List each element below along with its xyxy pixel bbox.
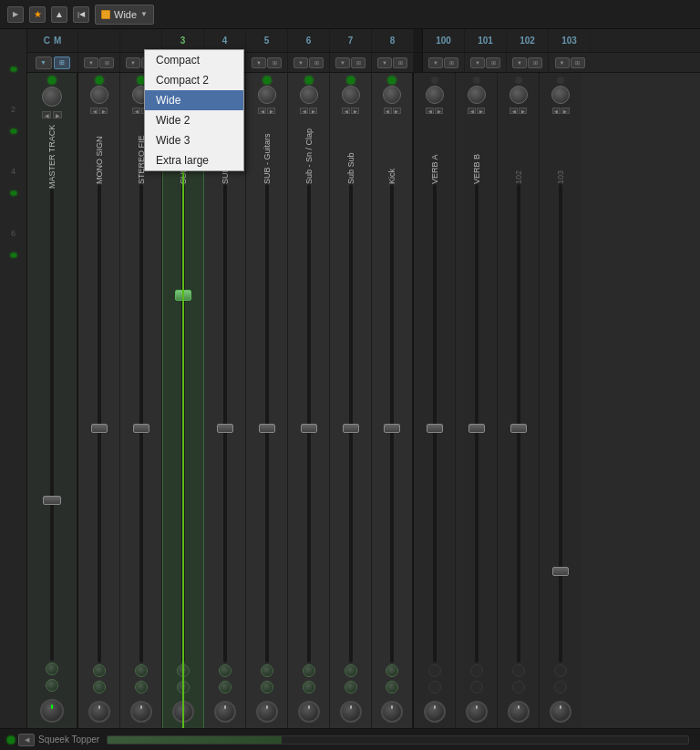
s101-fader-handle[interactable]	[468, 424, 485, 433]
master-fader-handle[interactable]	[43, 496, 61, 505]
ch3-send-knob-1[interactable]	[177, 664, 190, 677]
ch8-mute-btn[interactable]: ▼	[377, 57, 392, 68]
master-vol-knob[interactable]	[40, 699, 64, 723]
ch1-send-knob-2[interactable]	[93, 681, 106, 693]
ch2-send-knob-2[interactable]	[135, 681, 148, 693]
ch2-fader-handle[interactable]	[133, 424, 149, 433]
s101-send-knob-1[interactable]	[470, 664, 483, 677]
s100-pan-left[interactable]: ◀	[426, 108, 434, 114]
s101-solo-btn[interactable]: ⊞	[486, 57, 500, 68]
ch1-mute-btn[interactable]: ▼	[84, 57, 98, 68]
ch6-fader-handle[interactable]	[301, 424, 317, 433]
s102-pan-left[interactable]: ◀	[510, 108, 518, 114]
ch1-fader-handle[interactable]	[91, 424, 108, 433]
ch7-knob[interactable]	[342, 86, 360, 104]
s101-knob[interactable]	[468, 86, 486, 104]
ch6-send-knob-1[interactable]	[303, 664, 315, 677]
ch4-send-knob-2[interactable]	[219, 681, 232, 693]
ch7-send-knob-2[interactable]	[345, 681, 357, 693]
ch7-solo-btn[interactable]: ⊞	[351, 57, 365, 68]
ch6-vol-knob[interactable]	[298, 701, 320, 723]
ch8-solo-btn[interactable]: ⊞	[393, 57, 407, 68]
s100-send-knob-2[interactable]	[428, 681, 441, 693]
dropdown-item-compact[interactable]: Compact	[145, 50, 243, 70]
s102-fader-handle[interactable]	[510, 424, 527, 433]
ch5-mute-btn[interactable]: ▼	[252, 57, 266, 68]
ch3-vol-knob[interactable]	[172, 701, 194, 723]
ch8-send-knob-1[interactable]	[386, 664, 398, 677]
status-prev-btn[interactable]: ◀	[18, 734, 35, 746]
ch8-fader-handle[interactable]	[384, 424, 400, 433]
s102-knob[interactable]	[510, 86, 528, 104]
master-pan-left-btn[interactable]: ◀	[42, 111, 51, 118]
s100-pan-right[interactable]: ▶	[435, 108, 443, 114]
s100-knob[interactable]	[426, 86, 444, 104]
ch8-pan-left[interactable]: ◀	[384, 108, 392, 114]
ch6-pan-right[interactable]: ▶	[309, 108, 317, 114]
play-button[interactable]: ▶	[7, 6, 24, 23]
s102-send-knob-2[interactable]	[512, 681, 525, 693]
s100-mute-btn[interactable]: ▼	[428, 57, 443, 68]
ch5-send-knob-1[interactable]	[261, 664, 273, 677]
dropdown-item-wide[interactable]: Wide	[145, 90, 243, 110]
master-knob[interactable]	[42, 87, 62, 107]
s102-solo-btn[interactable]: ⊞	[528, 57, 542, 68]
s100-vol-knob[interactable]	[424, 701, 446, 723]
s103-mute-btn[interactable]: ▼	[555, 57, 570, 68]
master-send-knob-1[interactable]	[46, 663, 58, 675]
ch7-fader-handle[interactable]	[343, 424, 359, 433]
s101-pan-right[interactable]: ▶	[477, 108, 485, 114]
ch5-knob[interactable]	[258, 86, 276, 104]
ch5-pan-right[interactable]: ▶	[267, 108, 275, 114]
record-button[interactable]: ▲	[51, 6, 67, 23]
ch2-pan-left[interactable]: ◀	[132, 108, 140, 114]
ch5-pan-left[interactable]: ◀	[258, 108, 266, 114]
dropdown-item-wide2[interactable]: Wide 2	[145, 110, 243, 130]
ch4-vol-knob[interactable]	[214, 701, 236, 723]
ch6-pan-left[interactable]: ◀	[300, 108, 308, 114]
s100-send-knob-1[interactable]	[428, 664, 441, 677]
ch7-pan-right[interactable]: ▶	[351, 108, 359, 114]
s101-pan-left[interactable]: ◀	[468, 108, 476, 114]
s102-mute-btn[interactable]: ▼	[512, 57, 527, 68]
dropdown-item-extralarge[interactable]: Extra large	[145, 150, 243, 170]
ch5-vol-knob[interactable]	[256, 701, 278, 723]
ch5-fader-handle[interactable]	[259, 424, 275, 433]
ch7-send-knob-1[interactable]	[345, 664, 357, 677]
s101-mute-btn[interactable]: ▼	[470, 57, 485, 68]
ch4-send-knob-1[interactable]	[219, 664, 232, 677]
s103-send-knob-1[interactable]	[554, 664, 567, 677]
ch5-solo-btn[interactable]: ⊞	[267, 57, 282, 68]
s101-send-knob-2[interactable]	[470, 681, 483, 693]
ch2-send-knob-1[interactable]	[135, 664, 148, 677]
skip-button[interactable]: |◀	[73, 6, 89, 23]
master-send-knob-2[interactable]	[46, 679, 58, 692]
s103-fader-handle[interactable]	[552, 567, 569, 576]
s101-vol-knob[interactable]	[466, 701, 488, 723]
s103-pan-left[interactable]: ◀	[552, 108, 561, 114]
ch6-mute-btn[interactable]: ▼	[293, 57, 308, 68]
s103-send-knob-2[interactable]	[554, 681, 567, 693]
s102-vol-knob[interactable]	[508, 701, 530, 723]
ch5-send-knob-2[interactable]	[261, 681, 273, 693]
ch1-vol-knob[interactable]	[88, 701, 110, 723]
ch1-send-knob-1[interactable]	[93, 664, 106, 677]
s100-solo-btn[interactable]: ⊞	[444, 57, 458, 68]
dropdown-item-compact2[interactable]: Compact 2	[145, 70, 243, 90]
view-dropdown[interactable]: Wide ▼	[95, 5, 154, 25]
ch3-send-knob-2[interactable]	[177, 681, 190, 693]
s102-send-knob-1[interactable]	[512, 664, 525, 677]
ch1-pan-right[interactable]: ▶	[99, 108, 108, 114]
ch1-solo-btn[interactable]: ⊞	[99, 57, 114, 68]
ch6-knob[interactable]	[300, 86, 318, 104]
ch8-pan-right[interactable]: ▶	[393, 108, 401, 114]
master-mute-btn[interactable]: ▼	[36, 57, 52, 69]
stop-button[interactable]: ★	[29, 6, 46, 23]
ch4-fader-handle[interactable]	[217, 424, 233, 433]
ch1-knob[interactable]	[90, 86, 108, 104]
dropdown-item-wide3[interactable]: Wide 3	[145, 130, 243, 150]
ch2-mute-btn[interactable]: ▼	[126, 57, 140, 68]
ch8-vol-knob[interactable]	[381, 701, 403, 723]
ch3-fader-handle[interactable]	[175, 290, 191, 301]
ch7-mute-btn[interactable]: ▼	[335, 57, 350, 68]
